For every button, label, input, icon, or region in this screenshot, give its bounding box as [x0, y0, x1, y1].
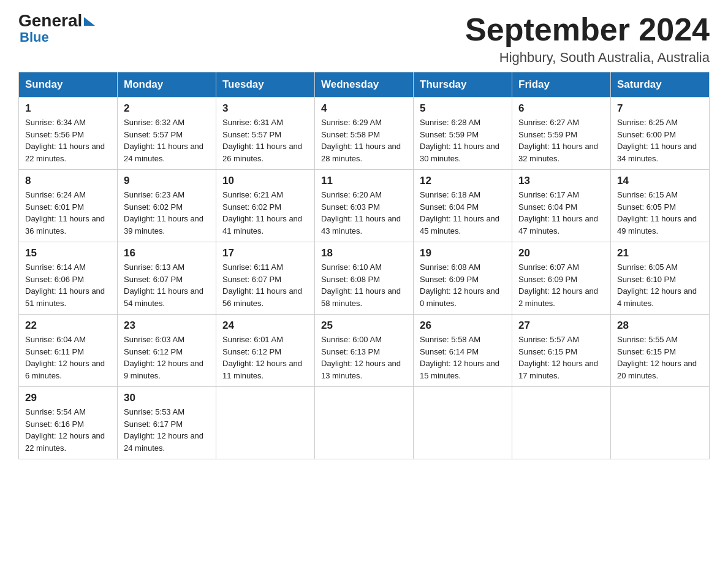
calendar-cell: 3 Sunrise: 6:31 AM Sunset: 5:57 PM Dayli…: [216, 98, 315, 170]
day-info: Sunrise: 6:32 AM Sunset: 5:57 PM Dayligh…: [124, 117, 210, 164]
calendar-cell: 10 Sunrise: 6:21 AM Sunset: 6:02 PM Dayl…: [216, 170, 315, 242]
title-block: September 2024 Highbury, South Australia…: [465, 12, 710, 66]
calendar-cell: 22 Sunrise: 6:04 AM Sunset: 6:11 PM Dayl…: [19, 315, 118, 387]
calendar-header-row: SundayMondayTuesdayWednesdayThursdayFrid…: [19, 72, 710, 98]
day-number: 10: [222, 175, 308, 187]
calendar-cell: 7 Sunrise: 6:25 AM Sunset: 6:00 PM Dayli…: [611, 98, 710, 170]
calendar-cell: 18 Sunrise: 6:10 AM Sunset: 6:08 PM Dayl…: [315, 242, 414, 315]
calendar-cell: 14 Sunrise: 6:15 AM Sunset: 6:05 PM Dayl…: [611, 170, 710, 242]
calendar-cell: 9 Sunrise: 6:23 AM Sunset: 6:02 PM Dayli…: [118, 170, 216, 242]
calendar-cell: 21 Sunrise: 6:05 AM Sunset: 6:10 PM Dayl…: [611, 242, 710, 315]
calendar-cell: 6 Sunrise: 6:27 AM Sunset: 5:59 PM Dayli…: [512, 98, 611, 170]
calendar-cell: 19 Sunrise: 6:08 AM Sunset: 6:09 PM Dayl…: [414, 242, 512, 315]
calendar-cell: 29 Sunrise: 5:54 AM Sunset: 6:16 PM Dayl…: [19, 387, 118, 459]
day-number: 8: [25, 175, 111, 187]
day-info: Sunrise: 6:13 AM Sunset: 6:07 PM Dayligh…: [124, 261, 210, 309]
day-info: Sunrise: 6:00 AM Sunset: 6:13 PM Dayligh…: [321, 334, 407, 381]
calendar-header-sunday: Sunday: [19, 72, 118, 98]
day-number: 1: [25, 102, 111, 115]
day-info: Sunrise: 6:07 AM Sunset: 6:09 PM Dayligh…: [518, 261, 604, 309]
day-number: 13: [518, 175, 604, 187]
day-info: Sunrise: 6:01 AM Sunset: 6:12 PM Dayligh…: [222, 334, 308, 381]
calendar-cell: 11 Sunrise: 6:20 AM Sunset: 6:03 PM Dayl…: [315, 170, 414, 242]
day-number: 11: [321, 175, 407, 187]
calendar-cell: 16 Sunrise: 6:13 AM Sunset: 6:07 PM Dayl…: [118, 242, 216, 315]
day-number: 9: [124, 175, 210, 187]
logo-blue-text: Blue: [20, 29, 49, 45]
day-number: 4: [321, 102, 407, 115]
day-info: Sunrise: 6:03 AM Sunset: 6:12 PM Dayligh…: [124, 334, 210, 381]
day-info: Sunrise: 6:21 AM Sunset: 6:02 PM Dayligh…: [222, 189, 308, 237]
calendar-cell: [315, 387, 414, 459]
calendar-header-thursday: Thursday: [414, 72, 512, 98]
calendar-cell: 30 Sunrise: 5:53 AM Sunset: 6:17 PM Dayl…: [118, 387, 216, 459]
day-info: Sunrise: 6:28 AM Sunset: 5:59 PM Dayligh…: [420, 117, 506, 164]
calendar-cell: 23 Sunrise: 6:03 AM Sunset: 6:12 PM Dayl…: [118, 315, 216, 387]
day-info: Sunrise: 6:20 AM Sunset: 6:03 PM Dayligh…: [321, 189, 407, 237]
day-number: 28: [617, 320, 703, 332]
logo: General Blue: [18, 12, 95, 45]
logo-arrow-icon: [84, 17, 95, 26]
day-info: Sunrise: 6:05 AM Sunset: 6:10 PM Dayligh…: [617, 261, 703, 309]
day-number: 26: [420, 320, 506, 332]
logo-general-text: General: [18, 12, 82, 29]
day-info: Sunrise: 6:04 AM Sunset: 6:11 PM Dayligh…: [25, 334, 111, 381]
day-info: Sunrise: 6:15 AM Sunset: 6:05 PM Dayligh…: [617, 189, 703, 237]
day-number: 30: [124, 392, 210, 404]
calendar-header-saturday: Saturday: [611, 72, 710, 98]
calendar-week-row: 8 Sunrise: 6:24 AM Sunset: 6:01 PM Dayli…: [19, 170, 710, 242]
day-number: 14: [617, 175, 703, 187]
day-number: 24: [222, 320, 308, 332]
day-number: 25: [321, 320, 407, 332]
day-info: Sunrise: 5:55 AM Sunset: 6:15 PM Dayligh…: [617, 334, 703, 381]
day-info: Sunrise: 6:34 AM Sunset: 5:56 PM Dayligh…: [25, 117, 111, 164]
day-number: 7: [617, 102, 703, 115]
calendar-week-row: 22 Sunrise: 6:04 AM Sunset: 6:11 PM Dayl…: [19, 315, 710, 387]
day-number: 17: [222, 247, 308, 259]
calendar-cell: 28 Sunrise: 5:55 AM Sunset: 6:15 PM Dayl…: [611, 315, 710, 387]
day-info: Sunrise: 6:14 AM Sunset: 6:06 PM Dayligh…: [25, 261, 111, 309]
calendar-cell: 1 Sunrise: 6:34 AM Sunset: 5:56 PM Dayli…: [19, 98, 118, 170]
calendar-cell: 20 Sunrise: 6:07 AM Sunset: 6:09 PM Dayl…: [512, 242, 611, 315]
day-number: 27: [518, 320, 604, 332]
calendar-week-row: 15 Sunrise: 6:14 AM Sunset: 6:06 PM Dayl…: [19, 242, 710, 315]
day-number: 23: [124, 320, 210, 332]
day-info: Sunrise: 5:54 AM Sunset: 6:16 PM Dayligh…: [25, 406, 111, 454]
day-number: 12: [420, 175, 506, 187]
calendar-cell: [216, 387, 315, 459]
day-info: Sunrise: 6:18 AM Sunset: 6:04 PM Dayligh…: [420, 189, 506, 237]
calendar-cell: 17 Sunrise: 6:11 AM Sunset: 6:07 PM Dayl…: [216, 242, 315, 315]
day-info: Sunrise: 5:57 AM Sunset: 6:15 PM Dayligh…: [518, 334, 604, 381]
calendar-cell: [512, 387, 611, 459]
day-number: 5: [420, 102, 506, 115]
day-info: Sunrise: 6:31 AM Sunset: 5:57 PM Dayligh…: [222, 117, 308, 164]
calendar-cell: [611, 387, 710, 459]
calendar-cell: 4 Sunrise: 6:29 AM Sunset: 5:58 PM Dayli…: [315, 98, 414, 170]
calendar-cell: 24 Sunrise: 6:01 AM Sunset: 6:12 PM Dayl…: [216, 315, 315, 387]
calendar-cell: 27 Sunrise: 5:57 AM Sunset: 6:15 PM Dayl…: [512, 315, 611, 387]
day-info: Sunrise: 6:27 AM Sunset: 5:59 PM Dayligh…: [518, 117, 604, 164]
calendar-cell: 8 Sunrise: 6:24 AM Sunset: 6:01 PM Dayli…: [19, 170, 118, 242]
day-number: 6: [518, 102, 604, 115]
day-info: Sunrise: 6:24 AM Sunset: 6:01 PM Dayligh…: [25, 189, 111, 237]
day-number: 21: [617, 247, 703, 259]
calendar-cell: 26 Sunrise: 5:58 AM Sunset: 6:14 PM Dayl…: [414, 315, 512, 387]
calendar-header-friday: Friday: [512, 72, 611, 98]
calendar-cell: 13 Sunrise: 6:17 AM Sunset: 6:04 PM Dayl…: [512, 170, 611, 242]
calendar-table: SundayMondayTuesdayWednesdayThursdayFrid…: [18, 72, 710, 459]
day-info: Sunrise: 5:58 AM Sunset: 6:14 PM Dayligh…: [420, 334, 506, 381]
calendar-cell: [414, 387, 512, 459]
day-number: 16: [124, 247, 210, 259]
calendar-header-tuesday: Tuesday: [216, 72, 315, 98]
calendar-cell: 12 Sunrise: 6:18 AM Sunset: 6:04 PM Dayl…: [414, 170, 512, 242]
day-number: 3: [222, 102, 308, 115]
calendar-cell: 15 Sunrise: 6:14 AM Sunset: 6:06 PM Dayl…: [19, 242, 118, 315]
calendar-cell: 5 Sunrise: 6:28 AM Sunset: 5:59 PM Dayli…: [414, 98, 512, 170]
calendar-header-monday: Monday: [118, 72, 216, 98]
day-info: Sunrise: 6:08 AM Sunset: 6:09 PM Dayligh…: [420, 261, 506, 309]
day-info: Sunrise: 6:23 AM Sunset: 6:02 PM Dayligh…: [124, 189, 210, 237]
month-title: September 2024: [465, 12, 710, 47]
day-number: 20: [518, 247, 604, 259]
day-info: Sunrise: 6:11 AM Sunset: 6:07 PM Dayligh…: [222, 261, 308, 309]
day-number: 18: [321, 247, 407, 259]
